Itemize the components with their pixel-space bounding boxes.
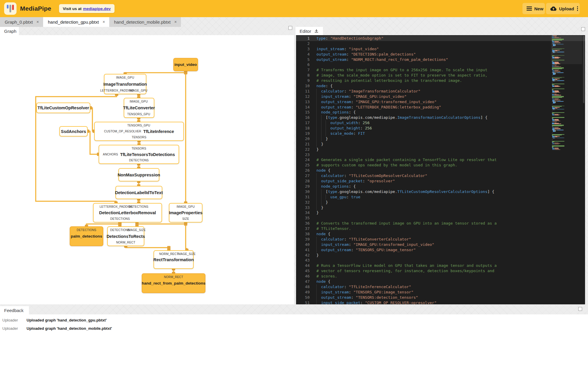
editor-minimap[interactable] [551,35,582,304]
graph-node-palm_detections[interactable]: DETECTIONSpalm_detections [70,226,103,246]
code-line[interactable]: 20 } [296,136,585,142]
graph-node-ImageTransformation[interactable]: IMAGE_GPULETTERBOX_PADDINGIMAGE_GPUImage… [104,74,146,94]
code-line[interactable]: 22} [296,147,585,152]
download-icon[interactable] [314,29,319,33]
line-number: 28 [296,178,310,184]
file-tab-label: Graph_0.pbtxt [5,20,33,25]
line-number: 29 [296,184,310,189]
graph-node-DetectionLetterboxRemoval[interactable]: LETTERBOX_PADDINGDETECTIONSDETECTIONSDet… [93,203,162,223]
code-line[interactable]: 39 calculator: "TfLiteConverterCalculato… [296,237,585,242]
code-line[interactable]: 12 input_stream: "IMAGE_GPU:input_video" [296,94,585,99]
more-options-icon[interactable] [577,6,578,12]
line-number: 6 [296,62,310,67]
code-line[interactable]: 30 [type.googleapis.com/mediapipe.TfLite… [296,189,585,194]
code-line[interactable]: 48 calculator: "TfLiteInferenceCalculato… [296,284,585,290]
close-tab-icon[interactable]: ✕ [36,20,40,25]
code-line[interactable]: 24# Generates a single side packet conta… [296,157,585,163]
graph-node-TfLiteInference[interactable]: TENSORS_GPUTENSORSCUSTOM_OP_RESOLVERTfLi… [94,122,184,141]
graph-node-TfLiteCustomOpResolver[interactable]: TfLiteCustomOpResolver [36,103,90,113]
code-line[interactable]: 51 input_side_packet: "CUSTOM_OP_RESOLVE… [296,300,585,304]
graph-node-hand_rect_from_palm_detections[interactable]: NORM_RECThand_rect_from_palm_detections [142,273,205,293]
graph-node-DetectionLabelIdToText[interactable]: DetectionLabelIdToText [115,186,162,199]
code-line[interactable]: 32 } [296,200,585,205]
file-tab[interactable]: hand_detection_gpu.pbtxt✕ [43,17,109,27]
code-line[interactable]: 25# supports custom ops needed by the mo… [296,163,585,168]
graph-node-DetectionsToRects[interactable]: DETECTIONSIMAGE_SIZENORM_RECTDetectionsT… [107,226,144,246]
code-line[interactable]: 6 [296,62,585,67]
tab-editor[interactable]: Editor [295,27,323,35]
close-tab-icon[interactable]: ✕ [102,20,106,25]
line-number: 38 [296,231,310,237]
code-line[interactable]: 33 } [296,205,585,210]
node-title: input_video [174,59,197,71]
code-line[interactable]: 31 use_gpu: true [296,194,585,200]
code-line[interactable]: 43 [296,258,585,263]
expand-editor-icon[interactable] [581,27,585,31]
code-line[interactable]: 19 scale_mode: FIT [296,131,585,136]
tab-feedback[interactable]: Feedback [0,306,29,314]
graph-node-ImageProperties[interactable]: IMAGE_GPUSIZEImageProperties [169,203,202,223]
code-line[interactable]: 4output_stream: "DETECTIONS:palm_detecti… [296,52,585,57]
code-line[interactable]: 28 output_side_packet: "opresolver" [296,178,585,184]
graph-node-input_video[interactable]: input_video [173,58,198,71]
code-line[interactable]: 2 [296,41,585,46]
graph-node-SsdAnchors[interactable]: SsdAnchors [59,126,88,137]
code-line[interactable]: 10node: { [296,83,585,89]
code-line[interactable]: 49 input_stream: "TENSORS_GPU:image_tens… [296,290,585,295]
code-line[interactable]: 29 node_options: { [296,184,585,189]
code-line[interactable]: 13 output_stream: "IMAGE_GPU:transformed… [296,99,585,105]
code-line[interactable]: 1type: "HandDetectionSubgraph" [296,36,585,41]
mediapipe-dev-link[interactable]: mediapipe.dev [83,7,111,11]
tab-graph[interactable]: Graph [0,27,19,35]
line-number: 19 [296,131,310,136]
code-line[interactable]: 8# image, the scale_mode option is set t… [296,73,585,78]
code-line[interactable]: 38node { [296,231,585,237]
code-line[interactable]: 16 [type.googleapis.com/mediapipe.ImageT… [296,115,585,120]
editor-scrollbar[interactable] [583,36,584,103]
close-tab-icon[interactable]: ✕ [174,20,177,25]
code-line[interactable]: 41 output_stream: "TENSORS_GPU:image_ten… [296,247,585,253]
feedback-row: UploaderUploaded graph 'hand_detection_g… [0,317,107,323]
new-button[interactable]: New [522,3,545,14]
code-line[interactable]: 40 input_stream: "IMAGE_GPU:transformed_… [296,242,585,247]
graph-node-NonMaxSuppression[interactable]: NonMaxSuppression [118,168,159,181]
code-line[interactable]: 35 [296,215,585,221]
code-line[interactable]: 5output_stream: "NORM_RECT:hand_rect_fro… [296,57,585,62]
code-line[interactable]: 37# TfLiteTensor. [296,226,585,231]
expand-graph-icon[interactable] [288,26,292,30]
file-tab[interactable]: Graph_0.pbtxt✕ [0,17,43,27]
code-line[interactable]: 50 output_stream: "TENSORS:detection_ten… [296,295,585,300]
file-tab[interactable]: hand_detection_mobile.pbtxt✕ [109,17,181,27]
code-line[interactable]: 45# vector of tensors representing, for … [296,268,585,274]
upload-button[interactable]: Upload [546,3,580,14]
code-line[interactable]: 47node { [296,279,585,284]
code-line[interactable]: 27 calculator: "TfLiteCustomOpResolverCa… [296,173,585,178]
code-line[interactable]: 21 } [296,142,585,147]
code-line[interactable]: 36# Converts the transformed input image… [296,221,585,226]
code-line[interactable]: 23 [296,152,585,157]
code-line[interactable]: 44# Runs a TensorFlow Lite model on GPU … [296,263,585,268]
code-line[interactable]: 42} [296,253,585,258]
node-title: ANCHORSTfLiteTensorsToDetections [99,145,179,163]
line-number: 44 [296,263,310,268]
line-number: 27 [296,173,310,178]
code-line[interactable]: 14 output_stream: "LETTERBOX_PADDING:let… [296,105,585,110]
code-line[interactable]: 7# Transforms the input image on GPU to … [296,67,585,73]
graph-node-RectTransformation[interactable]: NORM_RECTIMAGE_SIZERectTransformation [153,250,194,269]
code-line[interactable]: 26node { [296,168,585,173]
code-line[interactable]: 3input_stream: "input_video" [296,46,585,52]
node-title: DetectionsToRects [108,227,144,246]
graph-node-TfLiteTensorsToDetections[interactable]: TENSORSDETECTIONSANCHORSTfLiteTensorsToD… [99,145,179,164]
code-lines[interactable]: 1type: "HandDetectionSubgraph"23input_st… [296,36,585,304]
code-line[interactable]: 11 calculator: "ImageTransformationCalcu… [296,89,585,94]
code-line[interactable]: 34} [296,210,585,215]
graph-node-TfLiteConverter[interactable]: IMAGE_GPUTENSORS_GPUTfLiteConverter [124,98,154,118]
code-line[interactable]: 9# resulting in potential letterboxing i… [296,78,585,83]
code-line[interactable]: 15 node_options: { [296,110,585,115]
code-line[interactable]: 17 output_width: 256 [296,120,585,126]
code-line[interactable]: 46# scores. [296,274,585,279]
feedback-message: Uploaded graph 'hand_detection_mobile.pb… [27,326,112,331]
code-line[interactable]: 18 output_height: 256 [296,126,585,131]
expand-feedback-icon[interactable] [578,307,582,311]
code-editor[interactable]: 1type: "HandDetectionSubgraph"23input_st… [296,35,585,304]
